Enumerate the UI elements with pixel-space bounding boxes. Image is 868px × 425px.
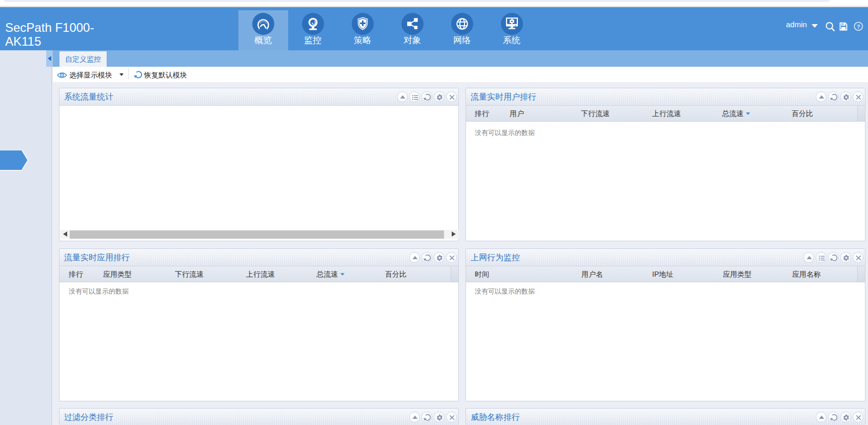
svg-text:?: ? [857, 24, 860, 30]
